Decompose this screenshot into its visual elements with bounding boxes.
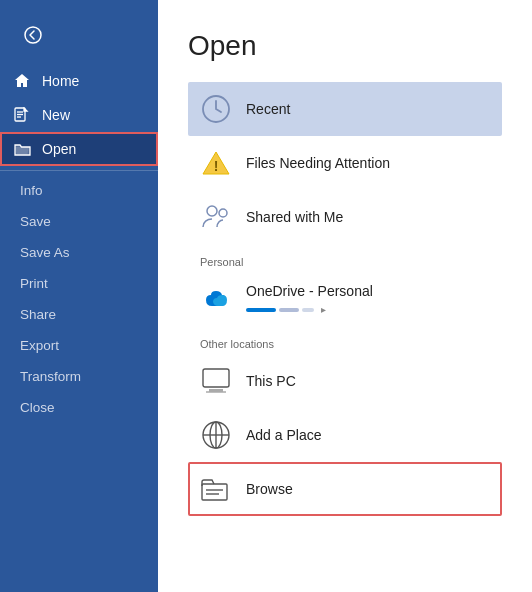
svg-text:!: ! <box>214 158 219 174</box>
sidebar-item-new[interactable]: New <box>0 98 158 132</box>
open-item-files-attention[interactable]: ! Files Needing Attention <box>188 136 502 190</box>
open-item-files-attention-label: Files Needing Attention <box>246 155 390 171</box>
this-pc-icon <box>200 365 232 397</box>
sidebar-item-info[interactable]: Info <box>0 175 158 206</box>
open-item-browse-label: Browse <box>246 481 293 497</box>
open-locations-list: Recent ! Files Needing Attention <box>188 82 502 516</box>
sidebar: Home New Open Info Save <box>0 0 158 592</box>
open-item-onedrive-label: OneDrive - Personal <box>246 283 373 299</box>
onedrive-icon <box>200 283 232 315</box>
page-title: Open <box>188 30 502 62</box>
sidebar-item-transform[interactable]: Transform <box>0 361 158 392</box>
svg-rect-10 <box>203 369 229 387</box>
sidebar-item-save[interactable]: Save <box>0 206 158 237</box>
open-item-shared[interactable]: Shared with Me <box>188 190 502 244</box>
sidebar-divider-1 <box>0 170 158 171</box>
open-item-add-place[interactable]: Add a Place <box>188 408 502 462</box>
shared-icon <box>200 201 232 233</box>
svg-point-0 <box>25 27 41 43</box>
svg-rect-17 <box>202 484 227 500</box>
recent-icon <box>200 93 232 125</box>
section-label-personal: Personal <box>188 244 502 272</box>
open-item-this-pc[interactable]: This PC <box>188 354 502 408</box>
onedrive-storage-bar: ▸ <box>246 304 373 315</box>
sidebar-item-print[interactable]: Print <box>0 268 158 299</box>
sidebar-item-home[interactable]: Home <box>0 64 158 98</box>
svg-point-9 <box>219 209 227 217</box>
back-button[interactable] <box>12 14 54 56</box>
add-place-icon <box>200 419 232 451</box>
open-item-this-pc-label: This PC <box>246 373 296 389</box>
folder-open-icon <box>14 142 32 156</box>
open-item-recent[interactable]: Recent <box>188 82 502 136</box>
home-icon <box>14 73 32 89</box>
open-item-browse[interactable]: Browse <box>188 462 502 516</box>
warning-icon: ! <box>200 147 232 179</box>
browse-icon <box>200 473 232 505</box>
open-item-recent-label: Recent <box>246 101 290 117</box>
sidebar-item-save-as[interactable]: Save As <box>0 237 158 268</box>
sidebar-item-open-label: Open <box>42 141 76 157</box>
section-label-other: Other locations <box>188 326 502 354</box>
svg-point-8 <box>207 206 217 216</box>
new-doc-icon <box>14 107 32 123</box>
open-item-onedrive[interactable]: OneDrive - Personal ▸ <box>188 272 502 326</box>
sidebar-item-new-label: New <box>42 107 70 123</box>
main-panel: Open Recent ! Files Needing Attention <box>158 0 532 592</box>
open-item-add-place-label: Add a Place <box>246 427 322 443</box>
sidebar-item-open[interactable]: Open <box>0 132 158 166</box>
sidebar-item-close[interactable]: Close <box>0 392 158 423</box>
sidebar-item-share[interactable]: Share <box>0 299 158 330</box>
sidebar-item-export[interactable]: Export <box>0 330 158 361</box>
open-item-shared-label: Shared with Me <box>246 209 343 225</box>
sidebar-item-home-label: Home <box>42 73 79 89</box>
